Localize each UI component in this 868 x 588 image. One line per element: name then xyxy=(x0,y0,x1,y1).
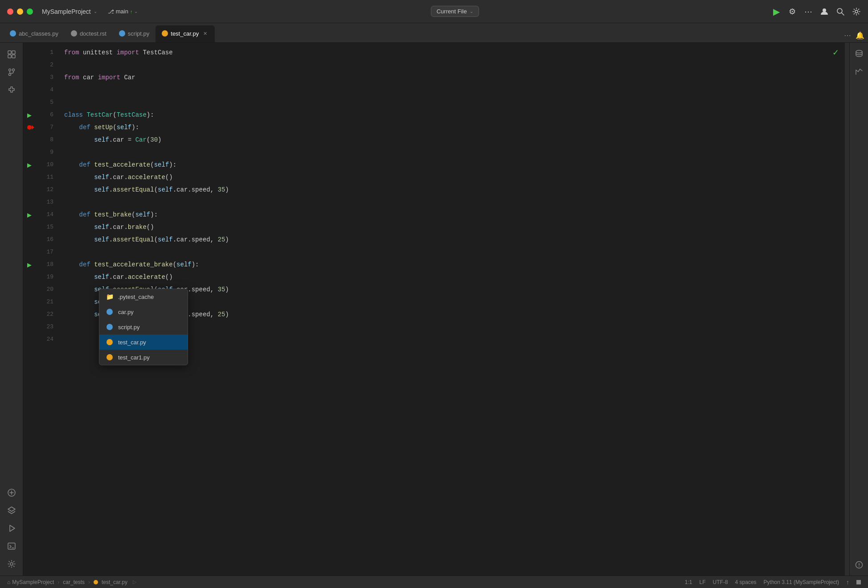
gutter-row-24 xyxy=(23,333,36,346)
dropdown-item-test-car-py[interactable]: test_car.py xyxy=(99,335,188,350)
activity-settings-icon[interactable] xyxy=(4,556,20,572)
rst-file-icon xyxy=(71,30,77,37)
line-num-20: 20 xyxy=(39,283,57,296)
run-test-brake-icon[interactable]: ▶ xyxy=(27,212,32,218)
maximize-button[interactable] xyxy=(27,8,33,15)
language-mode[interactable]: Python 3.11 (MySampleProject) xyxy=(764,579,839,585)
tab-more-button[interactable]: ⋯ xyxy=(843,31,852,40)
tab-doctest[interactable]: doctest.rst xyxy=(65,25,113,42)
activity-explorer-icon[interactable] xyxy=(4,46,20,62)
gutter-row-21 xyxy=(23,296,36,308)
right-warning-icon[interactable] xyxy=(852,558,866,572)
statusbar: ⌂ MySampleProject › car_tests › test_car… xyxy=(0,576,868,588)
more-button[interactable]: ⋯ xyxy=(804,7,813,16)
gutter-row-15 xyxy=(23,221,36,233)
dropdown-item-test-car1-py[interactable]: test_car1.py xyxy=(99,350,188,365)
tab-abc-classes[interactable]: abc_classes.py xyxy=(4,25,65,42)
breakpoint-icon[interactable] xyxy=(27,125,32,130)
right-gutter: ✓ xyxy=(826,43,845,576)
svg-rect-15 xyxy=(8,543,15,549)
gutter-icons: ▶ ▶ ▶ ▶ xyxy=(23,43,36,576)
debug-button[interactable]: ⚙ xyxy=(788,7,797,16)
tabbar: abc_classes.py doctest.rst script.py tes… xyxy=(0,23,868,43)
line-num-10: 10 xyxy=(39,159,57,171)
dropdown-item-pytest-cache[interactable]: 📁 .pytest_cache xyxy=(99,289,188,304)
svg-rect-7 xyxy=(12,55,15,58)
svg-point-0 xyxy=(823,8,826,12)
gutter-row-2 xyxy=(23,59,36,71)
activity-terminal-icon[interactable] xyxy=(4,538,20,554)
gutter-row-1 xyxy=(23,46,36,59)
right-database-icon[interactable] xyxy=(852,46,866,61)
project-name[interactable]: MySampleProject ⌄ xyxy=(42,8,97,15)
line-num-18: 18 xyxy=(39,258,57,271)
traffic-lights xyxy=(7,8,33,15)
py-file-icon xyxy=(10,30,16,37)
activity-git-icon[interactable] xyxy=(4,64,20,80)
cursor-icon: ▷ xyxy=(133,579,136,585)
activity-layers-icon[interactable] xyxy=(4,502,20,519)
gutter-row-11 xyxy=(23,171,36,184)
run-button[interactable]: ▶ xyxy=(772,7,781,16)
activity-run-icon[interactable] xyxy=(4,520,20,536)
line-num-13: 13 xyxy=(39,196,57,208)
svg-point-20 xyxy=(859,566,860,567)
svg-point-3 xyxy=(855,10,858,13)
current-file-button[interactable]: Current File ⌄ xyxy=(431,6,479,17)
activity-plugins-icon[interactable] xyxy=(4,485,20,501)
scrollbar-track[interactable] xyxy=(845,43,849,576)
tab-close-button[interactable]: ✕ xyxy=(201,30,209,37)
code-line-7: def setUp(self): xyxy=(61,121,826,134)
line-num-7: 7 xyxy=(39,121,57,134)
dropdown-item-script-py[interactable]: script.py xyxy=(99,319,188,335)
charset[interactable]: UTF-8 xyxy=(713,579,728,585)
right-chart-icon[interactable] xyxy=(852,64,866,78)
dropdown-item-car-py[interactable]: car.py xyxy=(99,304,188,319)
line-endings[interactable]: LF xyxy=(700,579,706,585)
run-test-accelerate-icon[interactable]: ▶ xyxy=(27,162,32,168)
close-button[interactable] xyxy=(7,8,13,15)
svg-point-17 xyxy=(856,50,862,53)
folder-breadcrumb[interactable]: car_tests xyxy=(63,579,85,585)
code-line-13 xyxy=(61,196,826,208)
indent-setting[interactable]: 4 spaces xyxy=(735,579,757,585)
settings-button[interactable] xyxy=(852,7,861,16)
tab-test-car[interactable]: test_car.py ✕ xyxy=(156,25,215,42)
svg-marker-14 xyxy=(10,525,15,531)
notification-button[interactable]: 🔔 xyxy=(856,31,864,40)
upload-icon[interactable]: ↑ xyxy=(846,579,849,586)
git-branch-icon: ⎇ xyxy=(108,8,114,15)
code-line-11: self.car.accelerate() xyxy=(61,171,826,184)
line-num-14: 14 xyxy=(39,208,57,221)
line-num-8: 8 xyxy=(39,134,57,146)
gutter-row-20 xyxy=(23,283,36,296)
run-class-icon[interactable]: ▶ xyxy=(27,112,32,118)
svg-point-16 xyxy=(10,563,13,565)
code-line-12: self.assertEqual(self.car.speed, 35) xyxy=(61,184,826,196)
file-breadcrumb[interactable]: test_car.py xyxy=(94,579,127,585)
main-layout: ▶ ▶ ▶ ▶ xyxy=(0,43,868,576)
right-sidebar xyxy=(849,43,868,576)
tab-script[interactable]: script.py xyxy=(113,25,156,42)
py-file-icon-test-car1 xyxy=(106,353,114,361)
code-line-15: self.car.brake() xyxy=(61,221,826,233)
line-num-3: 3 xyxy=(39,71,57,84)
run-test-accel-brake-icon[interactable]: ▶ xyxy=(27,261,32,268)
branch-name[interactable]: ⎇ main ↑ ⌄ xyxy=(108,8,138,15)
line-num-2: 2 xyxy=(39,59,57,71)
project-breadcrumb[interactable]: ⌂ MySampleProject xyxy=(7,579,54,585)
account-button[interactable] xyxy=(820,7,829,16)
gutter-row-9 xyxy=(23,146,36,159)
cursor-position[interactable]: 1:1 xyxy=(685,579,692,585)
search-button[interactable] xyxy=(836,7,845,16)
gutter-row-6: ▶ xyxy=(23,109,36,121)
py-file-icon-2 xyxy=(119,30,125,37)
line-numbers: 1 2 3 4 5 6 7 8 9 10 11 12 13 14 15 16 1… xyxy=(36,43,61,576)
line-num-11: 11 xyxy=(39,171,57,184)
activity-extensions-icon[interactable] xyxy=(4,82,20,98)
folder-icon: 📁 xyxy=(106,293,114,301)
minimize-button[interactable] xyxy=(17,8,23,15)
line-num-15: 15 xyxy=(39,221,57,233)
code-line-19: self.car.accelerate() xyxy=(61,271,826,283)
statusbar-right: 1:1 LF UTF-8 4 spaces Python 3.11 (MySam… xyxy=(685,579,861,586)
